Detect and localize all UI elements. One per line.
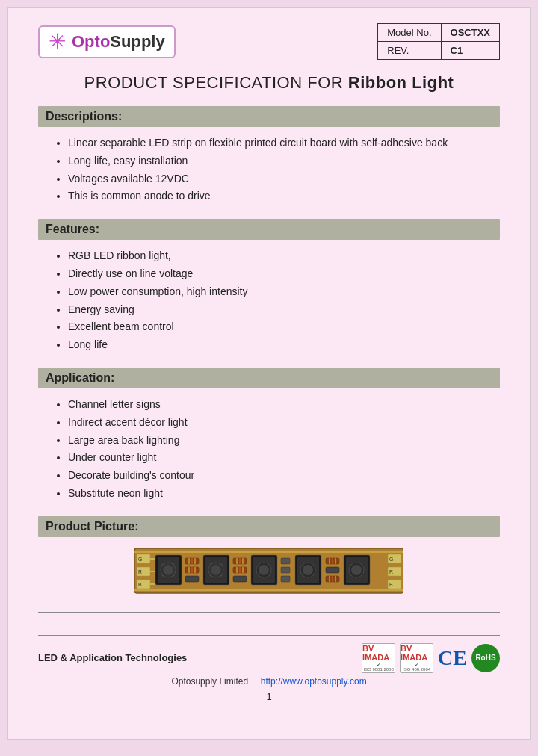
logo-text: OptoSupply <box>72 32 165 52</box>
model-table: Model No. OSCTXX REV. C1 <box>377 23 500 60</box>
footer: LED & Application Technologies BV IMADA … <box>38 635 500 673</box>
svg-text:R: R <box>389 569 393 574</box>
svg-text:R: R <box>138 569 142 574</box>
list-item: Indirect accent décor light <box>68 414 500 432</box>
descriptions-heading: Descriptions: <box>38 106 500 127</box>
footer-bottom: Optosupply Limited http://www.optosupply… <box>38 676 500 687</box>
svg-rect-16 <box>185 576 199 582</box>
footer-logos: BV IMADA ✔ ISO 9001:2008 BV IMADA ✔ ISO … <box>362 643 500 673</box>
cert-badge-iso400: BV IMADA ✔ ISO 400:2004 <box>400 643 433 673</box>
svg-rect-43 <box>281 576 290 582</box>
page: ✳ OptoSupply Model No. OSCTXX REV. C1 PR… <box>7 7 531 740</box>
svg-text:B: B <box>138 582 142 587</box>
model-value: OSCTXX <box>441 24 499 42</box>
svg-rect-1 <box>134 551 404 553</box>
features-heading: Features: <box>38 219 500 240</box>
list-item: Channel letter signs <box>68 396 500 414</box>
product-picture-heading: Product Picture: <box>38 516 500 537</box>
rev-label: REV. <box>378 42 441 60</box>
list-item: Linear separable LED strip on flexible p… <box>68 134 500 152</box>
svg-point-40 <box>259 565 269 575</box>
features-list: RGB LED ribbon light, Directly use on li… <box>38 247 500 354</box>
cert2-check: ✔ <box>415 662 418 667</box>
svg-text:B: B <box>389 582 393 587</box>
svg-rect-42 <box>281 567 290 573</box>
list-item: This is common anode to drive <box>68 188 500 205</box>
led-strip-image: G R B <box>134 545 404 597</box>
footer-url: http://www.optosupply.com <box>261 676 367 687</box>
svg-rect-2 <box>134 589 404 591</box>
svg-point-47 <box>303 565 313 575</box>
application-list: Channel letter signs Indirect accent déc… <box>38 396 500 503</box>
list-item: Large area back lighting <box>68 432 500 450</box>
svg-point-60 <box>351 565 362 575</box>
logo-star-icon: ✳ <box>49 31 66 52</box>
logo: ✳ OptoSupply <box>38 25 176 58</box>
footer-divider <box>38 612 500 613</box>
title-normal: PRODUCT SPECIFICATION FOR <box>84 73 348 92</box>
header: ✳ OptoSupply Model No. OSCTXX REV. C1 <box>38 23 500 60</box>
cert2-brand: BV IMADA <box>401 644 433 662</box>
svg-rect-30 <box>233 576 247 582</box>
svg-point-12 <box>163 565 173 575</box>
svg-rect-41 <box>281 558 290 564</box>
model-label: Model No. <box>378 24 441 42</box>
product-picture-section: Product Picture: G R B <box>38 516 500 597</box>
list-item: Energy saving <box>68 301 500 319</box>
footer-wrap: LED & Application Technologies BV IMADA … <box>38 612 500 702</box>
title-bold: Ribbon Light <box>348 73 454 92</box>
list-item: Decorate building's contour <box>68 467 500 485</box>
list-item: Long life, easy installation <box>68 152 500 170</box>
list-item: Excellent beam control <box>68 318 500 336</box>
page-number: 1 <box>38 691 500 702</box>
footer-company: LED & Application Technologies <box>38 652 187 663</box>
list-item: Under counter light <box>68 449 500 467</box>
application-section: Application: Channel letter signs Indire… <box>38 368 500 503</box>
cert-badge-iso9001: BV IMADA ✔ ISO 9001:2008 <box>362 643 395 673</box>
application-heading: Application: <box>38 368 500 388</box>
svg-point-26 <box>211 565 221 575</box>
svg-rect-49 <box>326 567 339 573</box>
svg-text:G: G <box>138 557 142 562</box>
descriptions-list: Linear separable LED strip on flexible p… <box>38 134 500 205</box>
svg-text:G: G <box>389 557 393 562</box>
list-item: Voltages available 12VDC <box>68 170 500 188</box>
list-item: Substitute neon light <box>68 485 500 503</box>
rohs-badge: RoHS <box>471 644 500 672</box>
footer-org: Optosupply Limited <box>171 676 248 687</box>
list-item: Long life <box>68 336 500 354</box>
list-item: Directly use on line voltage <box>68 265 500 283</box>
cert1-number: ISO 9001:2008 <box>363 667 393 672</box>
cert1-check: ✔ <box>377 662 380 667</box>
list-item: RGB LED ribbon light, <box>68 247 500 265</box>
page-title: PRODUCT SPECIFICATION FOR Ribbon Light <box>38 73 500 93</box>
cert2-number: ISO 400:2004 <box>403 667 430 672</box>
ce-badge: CE <box>438 646 467 670</box>
descriptions-section: Descriptions: Linear separable LED strip… <box>38 106 500 205</box>
rev-value: C1 <box>441 42 499 60</box>
product-picture-area: G R B <box>38 545 500 597</box>
features-section: Features: RGB LED ribbon light, Directly… <box>38 219 500 354</box>
list-item: Low power consumption, high intensity <box>68 283 500 301</box>
cert1-brand: BV IMADA <box>362 644 395 662</box>
